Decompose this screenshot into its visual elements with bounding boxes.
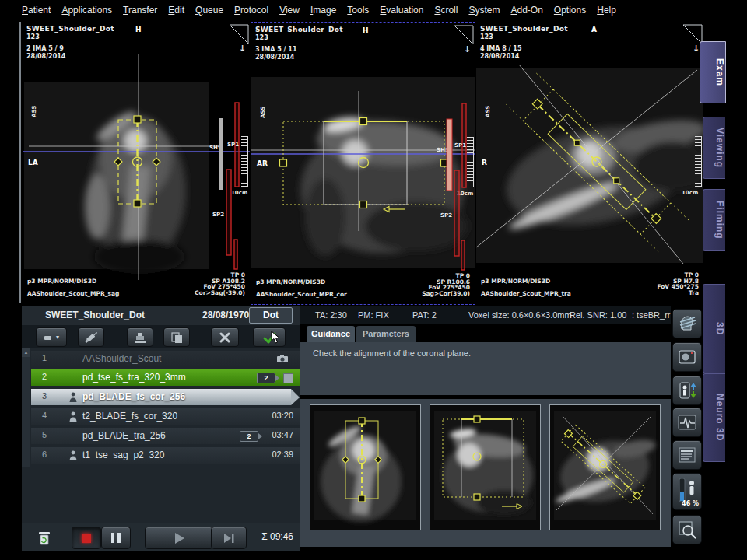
camera-icon <box>276 354 289 363</box>
scroll-down-icon[interactable]: ↓ <box>464 44 471 54</box>
menu-add-on[interactable]: Add-On <box>510 5 542 16</box>
stamp-segments-button[interactable] <box>127 327 153 347</box>
ruler-label: 10cm <box>682 190 698 196</box>
mri-image-sagittal: SHS SP1 10cm SP2 LA ASS <box>23 22 250 303</box>
guidance-thumb-transversal[interactable] <box>549 404 661 530</box>
mri-image-transversal: 10cm R ASS <box>476 22 703 303</box>
image-header: SWEET_Shoulder_Dot 123 4 IMA 8 / 15 28/0… <box>480 25 568 60</box>
stop-button[interactable] <box>72 527 101 549</box>
apply-confirm-button[interactable] <box>253 327 286 347</box>
image-review-button[interactable] <box>672 342 702 372</box>
menu-view[interactable]: View <box>279 5 300 16</box>
cancel-button[interactable] <box>211 327 239 347</box>
autoalign-head-button[interactable] <box>672 309 702 338</box>
sequence-name: pd_tse_fs_tra_320_3mm <box>82 372 186 383</box>
rotated-edge-label: ASS <box>31 106 37 117</box>
orientation-left-label: AR <box>257 159 268 167</box>
menu-applications[interactable]: Applications <box>61 5 112 16</box>
scroll-down-icon[interactable]: ↓ <box>239 44 246 54</box>
sequence-row-6[interactable]: 6 t1_tse_sag_p2_320 02:39 <box>31 447 300 464</box>
corner-handle-icon[interactable] <box>454 26 473 44</box>
viewport-coronal-selected[interactable]: SHS SP1 10cm SP2 AR ASS SWEET_Shoulder_D… <box>251 22 475 305</box>
sequence-number: 3 <box>42 391 47 401</box>
tab-filming[interactable]: Filming <box>703 189 725 251</box>
sequence-row-3-selected[interactable]: 3 pd_BLADE_fs_cor_256 <box>31 389 291 405</box>
tab-3d[interactable]: 3D <box>703 284 725 373</box>
view-mode-dropdown-button[interactable]: ▾ <box>36 327 67 347</box>
menu-image[interactable]: Image <box>310 5 336 16</box>
viewport-sagittal[interactable]: SHS SP1 10cm SP2 LA ASS SWEET_Shoulder_D… <box>23 22 250 303</box>
tab-exam[interactable]: Exam <box>700 41 726 103</box>
tab-viewing[interactable]: Viewing <box>703 117 725 179</box>
trash-button[interactable] <box>33 527 56 548</box>
total-time-label: Σ 09:46 <box>261 531 293 542</box>
sequence-number: 1 <box>42 353 47 362</box>
measurement-count-badge: 2 <box>257 373 275 383</box>
patient-name: SWEET_Shoulder_Dot <box>45 310 145 320</box>
menu-tools[interactable]: Tools <box>347 5 369 16</box>
contrast-injection-button[interactable] <box>78 327 104 347</box>
sat-label-sp2: SP2 <box>440 212 452 219</box>
scroll-up-icon[interactable]: ▲ <box>22 348 30 357</box>
close-icon <box>219 332 230 343</box>
menu-patient[interactable]: Patient <box>22 5 51 16</box>
menu-queue[interactable]: Queue <box>195 5 223 16</box>
tab-parameters[interactable]: Parameters <box>356 326 416 342</box>
physio-signal-button[interactable] <box>672 408 702 437</box>
viewport-transversal[interactable]: 10cm R ASS SWEET_Shoulder_Dot 123 4 IMA … <box>476 22 703 303</box>
scroll-down-icon[interactable]: ↓ <box>693 44 700 54</box>
tab-guidance[interactable]: Guidance <box>307 326 355 342</box>
sequence-number: 5 <box>42 430 47 439</box>
orientation-top-label: A <box>591 26 597 33</box>
image-head-icon <box>677 347 697 367</box>
sequence-row-2-running[interactable]: 2 pd_tse_fs_tra_320_3mm 2 <box>31 369 300 386</box>
menu-scroll[interactable]: Scroll <box>434 5 458 16</box>
search-protocols-button[interactable] <box>672 515 702 544</box>
sat-label-sp1: SP1 <box>454 142 466 149</box>
menu-edit[interactable]: Edit <box>168 5 184 16</box>
tab-neuro-3d[interactable]: Neuro 3D <box>703 373 725 462</box>
menu-system[interactable]: System <box>468 5 500 16</box>
stamp-icon <box>133 331 147 344</box>
menu-transfer[interactable]: Transfer <box>123 5 157 16</box>
sequence-row-4[interactable]: 4 t2_BLADE_fs_cor_320 03:20 <box>31 408 300 425</box>
pause-icon <box>111 533 114 543</box>
image-header: SWEET_Shoulder_Dot 123 3 IMA 5 / 11 28/0… <box>255 26 343 61</box>
corner-handle-icon[interactable] <box>683 25 702 44</box>
play-button[interactable] <box>145 527 213 549</box>
skip-next-button[interactable] <box>211 527 247 549</box>
dot-engine-button[interactable]: Dot <box>249 307 293 324</box>
pause-checkbox[interactable] <box>283 373 293 383</box>
pm-label: PM: FIX <box>358 310 389 320</box>
voxel-size-label: Voxel size: 0.6×0.6×3.0mm <box>468 310 572 320</box>
guidance-message: Check the alignment of the coronal plane… <box>313 348 471 358</box>
viewport-scrollbar[interactable] <box>19 22 21 303</box>
menu-options[interactable]: Options <box>554 5 586 16</box>
sequence-type-label: : tseBR_rr <box>632 310 671 320</box>
sequence-name: t2_BLADE_fs_cor_320 <box>82 411 177 422</box>
waveform-icon <box>677 412 697 432</box>
guidance-thumb-sagittal[interactable] <box>310 404 421 530</box>
menu-evaluation[interactable]: Evaluation <box>380 5 423 16</box>
guidance-thumb-coronal[interactable] <box>430 404 541 530</box>
orientation-top-label: H <box>363 26 369 34</box>
sar-monitor-button[interactable]: 46 % <box>672 473 702 510</box>
sequence-name: AAShoulder_Scout <box>82 353 161 364</box>
queue-scrollbar[interactable]: ▲ <box>22 348 30 467</box>
sequence-row-1[interactable]: 1 AAShoulder_Scout <box>31 351 300 367</box>
copy-references-button[interactable] <box>163 327 190 347</box>
pause-button[interactable] <box>101 527 131 549</box>
sequence-name: pd_BLADE_tra_256 <box>82 430 166 441</box>
list-icon <box>677 445 697 465</box>
patient-table-arrows-icon <box>677 380 697 401</box>
protocol-list-button[interactable] <box>672 440 702 470</box>
image-footer-right: TP 0SP R100.6 FoV 275*450Sag>Cor(39.0) <box>422 273 470 296</box>
person-icon <box>68 392 78 403</box>
sequence-row-5[interactable]: 5 pd_BLADE_tra_256 2 03:47 <box>31 428 300 444</box>
patient-reposition-button[interactable] <box>672 376 702 405</box>
corner-handle-icon[interactable] <box>230 25 248 44</box>
snr-label: Rel. SNR: 1.00 <box>570 310 626 320</box>
menu-help[interactable]: Help <box>597 5 616 16</box>
syringe-icon <box>82 331 100 345</box>
menu-protocol[interactable]: Protocol <box>234 5 268 16</box>
